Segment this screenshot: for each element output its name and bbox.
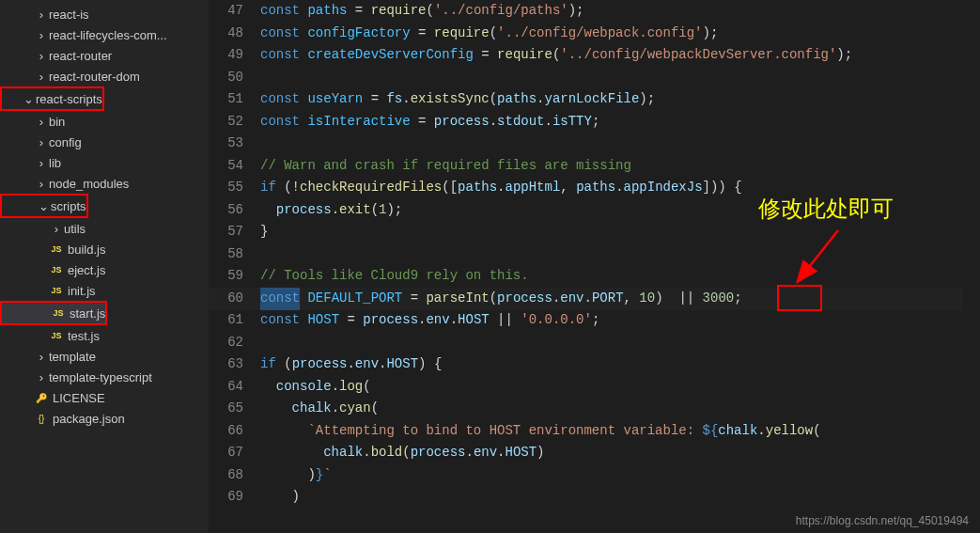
chevron-right-icon: › — [34, 350, 49, 364]
folder-bin[interactable]: ›bin — [0, 111, 209, 132]
chevron-down-icon: ⌄ — [21, 92, 36, 106]
code-line[interactable]: console.log( — [260, 376, 980, 399]
tree-item-label: react-router — [49, 49, 112, 63]
file-init-js[interactable]: JSinit.js — [0, 280, 209, 301]
code-line[interactable]: const configFactory = require('../config… — [260, 23, 980, 45]
line-number: 47 — [209, 0, 243, 23]
code-line[interactable]: const useYarn = fs.existsSync(paths.yarn… — [260, 88, 980, 111]
chevron-right-icon: › — [34, 135, 49, 149]
tree-item-label: react-lifecycles-com... — [49, 28, 167, 42]
folder-utils[interactable]: ›utils — [0, 218, 209, 239]
tree-item-label: scripts — [51, 199, 86, 213]
code-editor[interactable]: 4748495051525354555657585960616263646566… — [209, 0, 980, 533]
watermark-text: https://blog.csdn.net/qq_45019494 — [796, 514, 969, 527]
line-number: 50 — [209, 67, 243, 89]
code-line[interactable]: chalk.cyan( — [260, 398, 980, 420]
line-number: 48 — [209, 23, 243, 45]
js-file-icon: JS — [49, 262, 64, 277]
code-line[interactable]: const paths = require('../config/paths')… — [260, 0, 980, 23]
tree-item-label: react-router-dom — [49, 70, 140, 84]
tree-item-label: lib — [49, 156, 61, 170]
tree-item-label: init.js — [68, 284, 96, 298]
js-file-icon: JS — [51, 306, 66, 321]
folder-react-is[interactable]: ›react-is — [0, 4, 209, 24]
folder-node-modules[interactable]: ›node_modules — [0, 173, 209, 194]
code-line[interactable]: // Tools like Cloud9 rely on this. — [260, 265, 980, 288]
code-line[interactable]: )}` — [260, 464, 980, 487]
code-line[interactable]: const DEFAULT_PORT = parseInt(process.en… — [260, 288, 980, 310]
code-content[interactable]: const paths = require('../config/paths')… — [260, 0, 980, 533]
folder-react-router[interactable]: ›react-router — [0, 45, 209, 66]
chevron-down-icon: ⌄ — [36, 199, 51, 213]
code-line[interactable]: const HOST = process.env.HOST || '0.0.0.… — [260, 309, 980, 332]
annotation-arrow — [782, 226, 857, 291]
chevron-right-icon: › — [34, 8, 49, 22]
line-number: 69 — [209, 486, 243, 509]
line-number: 68 — [209, 464, 243, 487]
line-number: 55 — [209, 177, 243, 199]
folder-template[interactable]: ›template — [0, 346, 209, 367]
tree-item-label: config — [49, 135, 82, 149]
tree-item-label: eject.js — [68, 263, 105, 277]
code-line[interactable]: // Warn and crash if required files are … — [260, 155, 980, 178]
chevron-right-icon: › — [34, 70, 49, 84]
line-number-gutter: 4748495051525354555657585960616263646566… — [209, 0, 260, 533]
chevron-right-icon: › — [34, 49, 49, 63]
tree-item-label: react-is — [49, 8, 89, 22]
line-number: 67 — [209, 442, 243, 464]
chevron-right-icon: › — [34, 115, 49, 129]
code-line[interactable]: ) — [260, 486, 980, 509]
code-line[interactable] — [260, 67, 980, 89]
tree-item-label: package.json — [53, 412, 125, 426]
code-line[interactable]: const isInteractive = process.stdout.isT… — [260, 111, 980, 133]
line-number: 52 — [209, 111, 243, 133]
code-line[interactable]: `Attempting to bind to HOST environment … — [260, 420, 980, 443]
folder-config[interactable]: ›config — [0, 132, 209, 152]
file-build-js[interactable]: JSbuild.js — [0, 239, 209, 259]
folder-template-typescript[interactable]: ›template-typescript — [0, 367, 209, 387]
code-line[interactable]: if (process.env.HOST) { — [260, 353, 980, 376]
tree-item-label: node_modules — [49, 177, 129, 191]
folder-react-scripts[interactable]: ⌄react-scripts — [2, 88, 102, 109]
svg-line-1 — [799, 230, 838, 280]
line-number: 63 — [209, 353, 243, 376]
file-license[interactable]: 🔑LICENSE — [0, 387, 209, 408]
folder-react-router-dom[interactable]: ›react-router-dom — [0, 66, 209, 86]
annotation-label: 修改此处即可 — [758, 197, 894, 220]
line-number: 61 — [209, 309, 243, 332]
code-line[interactable] — [260, 133, 980, 155]
code-line[interactable] — [260, 243, 980, 266]
file-package-json[interactable]: {}package.json — [0, 408, 209, 429]
js-file-icon: JS — [49, 328, 64, 343]
chevron-right-icon: › — [34, 156, 49, 170]
chevron-right-icon: › — [34, 370, 49, 384]
chevron-right-icon: › — [34, 177, 49, 191]
code-line[interactable]: } — [260, 221, 980, 243]
file-explorer-sidebar[interactable]: ›react-is›react-lifecycles-com...›react-… — [0, 0, 209, 533]
folder-lib[interactable]: ›lib — [0, 152, 209, 173]
file-test-js[interactable]: JStest.js — [0, 325, 209, 346]
line-number: 51 — [209, 88, 243, 111]
line-number: 57 — [209, 221, 243, 243]
code-line[interactable]: const createDevServerConfig = require('.… — [260, 44, 980, 67]
tree-item-label: test.js — [68, 329, 100, 343]
line-number: 59 — [209, 265, 243, 288]
folder-react-lifecycles-com---[interactable]: ›react-lifecycles-com... — [0, 24, 209, 45]
code-line[interactable]: chalk.bold(process.env.HOST) — [260, 442, 980, 464]
line-number: 53 — [209, 133, 243, 155]
line-number: 66 — [209, 420, 243, 443]
editor-scrollbar[interactable] — [963, 0, 980, 533]
line-number: 56 — [209, 199, 243, 222]
chevron-right-icon: › — [49, 222, 64, 236]
tree-item-label: LICENSE — [53, 391, 105, 405]
line-number: 62 — [209, 332, 243, 354]
chevron-right-icon: › — [34, 28, 49, 42]
file-eject-js[interactable]: JSeject.js — [0, 259, 209, 280]
json-file-icon: {} — [34, 411, 49, 426]
code-line[interactable] — [260, 332, 980, 354]
folder-scripts[interactable]: ⌄scripts — [2, 196, 86, 216]
tree-item-label: bin — [49, 115, 65, 129]
tree-item-label: build.js — [68, 243, 105, 257]
file-start-js[interactable]: JSstart.js — [2, 303, 105, 323]
tree-item-label: react-scripts — [36, 92, 102, 106]
